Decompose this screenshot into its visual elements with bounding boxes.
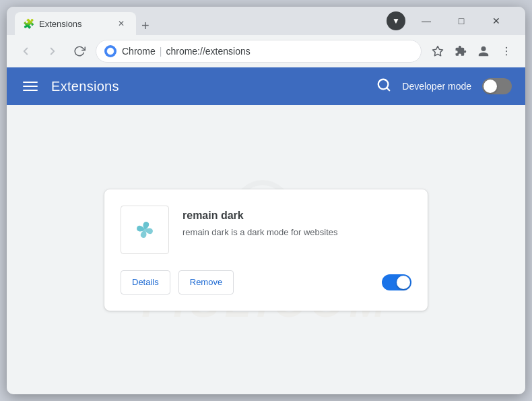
extensions-button[interactable]: [450, 40, 471, 62]
hamburger-line-1: [23, 82, 38, 83]
new-tab-button[interactable]: +: [136, 16, 155, 35]
svg-marker-1: [433, 47, 443, 56]
reload-button[interactable]: [69, 40, 90, 62]
svg-point-4: [506, 54, 507, 55]
hamburger-line-2: [23, 86, 38, 87]
extension-toggle-container: [382, 274, 411, 290]
hamburger-menu-button[interactable]: [20, 79, 40, 94]
extension-icon: [131, 216, 158, 243]
extension-toggle-thumb: [397, 276, 410, 289]
extension-name: remain dark: [182, 210, 411, 222]
page-content: FISL.COM remain dark remain dark is a da…: [7, 105, 525, 394]
bookmark-button[interactable]: [427, 40, 448, 62]
developer-mode-label: Developer mode: [402, 81, 471, 92]
profile-button[interactable]: [473, 40, 494, 62]
extension-info: remain dark remain dark is a dark mode f…: [182, 206, 411, 239]
maximize-button[interactable]: □: [446, 11, 477, 31]
header-right: Developer mode: [376, 78, 512, 96]
tab-strip: 🧩 Extensions ✕ +: [15, 7, 381, 35]
tab-close-button[interactable]: ✕: [114, 17, 128, 30]
active-tab[interactable]: 🧩 Extensions ✕: [15, 12, 136, 35]
minimize-button[interactable]: —: [411, 11, 442, 31]
toolbar-right: [427, 40, 517, 62]
address-domain: Chrome: [122, 46, 156, 57]
browser-window: 🧩 Extensions ✕ + ▼ — □ ✕: [7, 7, 525, 394]
extension-description: remain dark is a dark mode for websites: [182, 226, 411, 239]
toggle-thumb: [484, 80, 497, 93]
address-path: chrome://extensions: [166, 46, 250, 57]
tab-label: Extensions: [39, 19, 109, 29]
extension-icon-container: [121, 206, 169, 254]
profile-icon-titlebar: ▼: [387, 11, 405, 30]
close-button[interactable]: ✕: [481, 11, 512, 31]
forward-button[interactable]: [42, 40, 63, 62]
extension-enabled-toggle[interactable]: [382, 274, 411, 290]
window-controls: — □ ✕: [411, 11, 512, 31]
page-header: Extensions Developer mode: [7, 67, 525, 105]
page-title: Extensions: [51, 79, 119, 94]
site-icon: [104, 45, 117, 57]
address-separator: |: [160, 46, 162, 57]
developer-mode-toggle[interactable]: [482, 78, 512, 94]
back-button[interactable]: [15, 40, 36, 62]
extension-top: remain dark remain dark is a dark mode f…: [121, 206, 411, 254]
svg-point-2: [506, 47, 507, 49]
title-bar: 🧩 Extensions ✕ + ▼ — □ ✕: [7, 7, 525, 35]
hamburger-line-3: [23, 90, 38, 91]
svg-point-3: [506, 51, 507, 52]
remove-button[interactable]: Remove: [178, 270, 234, 295]
address-bar[interactable]: Chrome | chrome://extensions: [96, 40, 422, 63]
address-text: Chrome | chrome://extensions: [122, 46, 251, 57]
extension-card: remain dark remain dark is a dark mode f…: [104, 189, 428, 311]
details-button[interactable]: Details: [121, 270, 170, 295]
svg-line-6: [387, 88, 390, 90]
extension-actions: Details Remove: [121, 270, 411, 295]
menu-button[interactable]: [496, 40, 517, 62]
toolbar: Chrome | chrome://extensions: [7, 35, 525, 67]
search-icon[interactable]: [376, 78, 391, 96]
tab-favicon-icon: 🧩: [23, 18, 34, 29]
